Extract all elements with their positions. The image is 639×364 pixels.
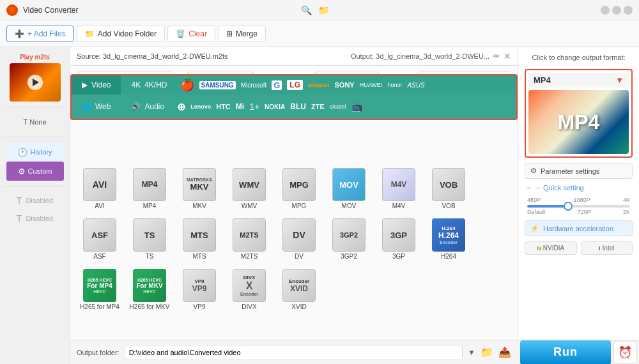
- brand-huawei[interactable]: HUAWEI: [357, 75, 385, 95]
- format-h265mkv[interactable]: H265 HEVCFor MKVHEVC H265 for MKV: [127, 266, 173, 313]
- brand-htc[interactable]: HTC: [213, 97, 233, 116]
- video-thumbnail[interactable]: [10, 63, 61, 102]
- dropdown-arrow-icon: ▼: [615, 75, 624, 85]
- format-dropdown[interactable]: MP4 ▼: [528, 73, 629, 87]
- gpu-row: N NVIDIA i Intel: [525, 241, 633, 255]
- brand-sony[interactable]: SONY: [332, 75, 357, 95]
- brand-asus[interactable]: ASUS: [404, 75, 427, 95]
- sidebar-custom[interactable]: ⚙Custom: [6, 162, 64, 181]
- brand-nokia[interactable]: NOKIA: [262, 97, 288, 116]
- minimize-button[interactable]: [601, 6, 610, 15]
- format-popup: ▶ Video 4K 4K/HD 🍎 SAMSUNG Microsoft G L…: [70, 74, 518, 120]
- format-3gp[interactable]: 3GP 3GP: [376, 216, 422, 262]
- quality-slider[interactable]: [527, 205, 630, 208]
- brand-motorola[interactable]: ⊕: [174, 97, 188, 116]
- brand-mi[interactable]: Mi: [233, 97, 247, 116]
- merge-icon: ⊞: [226, 29, 233, 38]
- format-avi[interactable]: AVI AVI: [77, 165, 123, 212]
- 4khd-tab[interactable]: 4K 4K/HD: [121, 75, 177, 95]
- web-tab-label: Web: [95, 102, 111, 111]
- output-format-title: Click to change output format:: [525, 54, 633, 61]
- app-title: Video Converter: [23, 6, 295, 15]
- format-h264[interactable]: H.264H.264Encoder H264: [426, 216, 472, 262]
- merge-label: Merge: [236, 29, 258, 38]
- format-asf[interactable]: ASF ASF: [77, 216, 123, 262]
- search-icon[interactable]: 🔍: [301, 5, 312, 15]
- format-mpg[interactable]: MPG MPG: [276, 165, 322, 212]
- brand-microsoft[interactable]: Microsoft: [238, 75, 270, 95]
- format-vob[interactable]: VOB VOB: [426, 165, 472, 212]
- source-filename: Source: 3d_lg_cinema_3d_world_2-DWEU.m2t…: [77, 52, 228, 60]
- add-folder-button[interactable]: 📁 Add Video Folder: [77, 26, 166, 42]
- format-ts[interactable]: TS TS: [127, 216, 173, 262]
- close-button[interactable]: [624, 6, 633, 15]
- sidebar-separator: [3, 107, 66, 107]
- audio-tab-icon: 🔊: [131, 102, 141, 111]
- selected-format-label: MP4: [534, 75, 551, 85]
- format-xvid[interactable]: EncoderXVID XVID: [276, 266, 322, 313]
- audio-tab[interactable]: 🔊 Audio: [121, 97, 174, 116]
- format-wmv[interactable]: WMV WMV: [226, 165, 272, 212]
- 4khd-label: 4K/HD: [144, 80, 167, 89]
- merge-button[interactable]: ⊞ Merge: [218, 26, 266, 42]
- brand-apple[interactable]: 🍎: [178, 75, 197, 95]
- format-divx[interactable]: DIVXXEncoder DIVX: [226, 266, 272, 313]
- open-folder-icon[interactable]: 📁: [481, 346, 493, 358]
- brand-tv[interactable]: 📺: [349, 97, 365, 116]
- param-settings-button[interactable]: ⚙ Parameter settings: [525, 163, 633, 179]
- brand-zte[interactable]: ZTE: [309, 97, 327, 116]
- quality-slider-area: 480P 1080P 4K Default 720P 2K: [525, 197, 633, 215]
- intel-icon: i: [599, 245, 601, 252]
- center-panel: Source: 3d_lg_cinema_3d_world_2-DWEU.m2t…: [70, 47, 518, 364]
- format-3gp2[interactable]: 3GP2 3GP2: [326, 216, 372, 262]
- format-vp9[interactable]: VP9VP9 VP9: [176, 266, 222, 313]
- brand-blu[interactable]: BLU: [288, 97, 309, 116]
- output-folder-label: Output folder:: [77, 349, 119, 356]
- param-settings-label: Parameter settings: [541, 167, 599, 175]
- format-h265mp4[interactable]: H265 HEVCFor MP4HEVC H265 for MP4: [77, 266, 123, 313]
- web-tab[interactable]: 🌐 Web: [72, 97, 121, 116]
- sidebar-history[interactable]: 🕐History: [6, 142, 64, 162]
- format-mp4[interactable]: MP4 MP4: [127, 165, 173, 212]
- brand-samsung[interactable]: SAMSUNG: [197, 75, 238, 95]
- nvidia-icon: N: [537, 245, 541, 252]
- edit-output-icon[interactable]: ✏: [493, 52, 500, 61]
- nvidia-button[interactable]: N NVIDIA: [525, 241, 577, 255]
- add-files-button[interactable]: ➕ + Add Files: [6, 26, 74, 42]
- brand-alcatel[interactable]: alcatel: [327, 97, 349, 116]
- hw-acceleration-button[interactable]: ⚡ Hardware acceleration: [525, 220, 633, 236]
- clear-icon: 🗑️: [176, 29, 185, 38]
- T-icon: T: [23, 118, 27, 126]
- brand-honor[interactable]: honor: [385, 75, 404, 95]
- video-tab[interactable]: ▶ Video: [72, 75, 121, 95]
- output-path-input[interactable]: [125, 345, 463, 360]
- format-m4v[interactable]: M4V M4V: [376, 165, 422, 212]
- format-mov[interactable]: MOV MOV: [326, 165, 372, 212]
- folder-icon[interactable]: 📁: [318, 5, 329, 15]
- run-area: Run ⏰: [518, 340, 639, 364]
- format-dv[interactable]: DV DV: [276, 216, 322, 262]
- brand-lg[interactable]: LG: [284, 75, 305, 95]
- format-popup-header: ▶ Video 4K 4K/HD 🍎 SAMSUNG Microsoft G L…: [72, 75, 516, 95]
- close-file-icon[interactable]: ✕: [504, 51, 511, 61]
- brand-lenovo[interactable]: Lenovo: [188, 97, 213, 116]
- right-panel: Click to change output format: MP4 ▼ MP4…: [518, 47, 639, 364]
- export-icon[interactable]: 📤: [498, 346, 511, 358]
- intel-button[interactable]: i Intel: [581, 241, 633, 255]
- alarm-button[interactable]: ⏰: [613, 341, 636, 364]
- video-tab-icon: ▶: [82, 80, 88, 89]
- add-folder-icon: 📁: [85, 29, 95, 38]
- brand-oneplus[interactable]: 1+: [247, 97, 262, 116]
- brand-google[interactable]: G: [269, 75, 284, 95]
- maximize-button[interactable]: [612, 6, 621, 15]
- format-mkv[interactable]: MATROSKAMKV MKV: [176, 165, 222, 212]
- run-button[interactable]: Run: [520, 340, 611, 365]
- slider-thumb: [564, 202, 573, 211]
- clear-button[interactable]: 🗑️ Clear: [167, 26, 215, 42]
- format-preview: MP4: [528, 90, 629, 154]
- format-mts[interactable]: MTS MTS: [176, 216, 222, 262]
- format-m2ts[interactable]: M2TS M2TS: [226, 216, 272, 262]
- hw-icon: ⚡: [530, 224, 539, 232]
- brand-amazon[interactable]: amazon: [305, 75, 332, 95]
- output-dropdown-icon[interactable]: ▼: [468, 348, 475, 357]
